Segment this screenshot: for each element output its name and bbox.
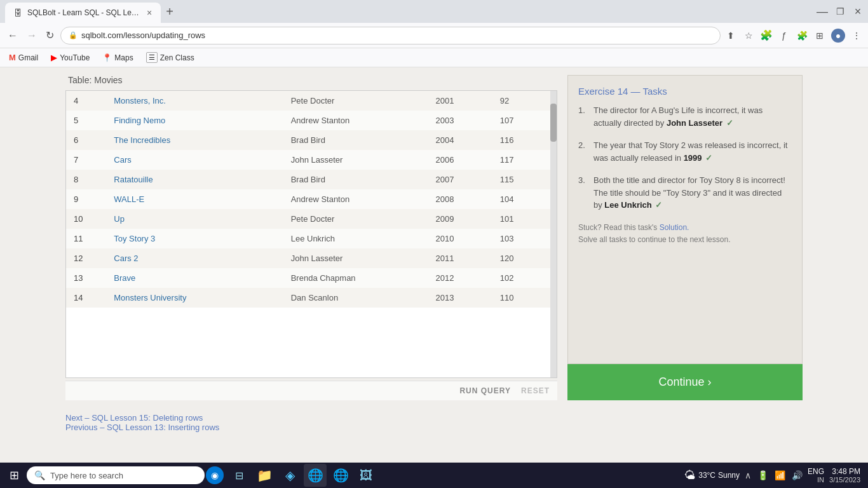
vscode-app[interactable]: ◈ — [278, 464, 301, 487]
active-tab[interactable]: 🗄 SQLBolt - Learn SQL - SQL Lesso × — [5, 3, 161, 23]
table-row: 5 Finding Nemo Andrew Stanton 2003 107 — [66, 111, 557, 130]
cell-director: John Lasseter — [283, 150, 428, 170]
explorer-app[interactable]: 📁 — [253, 464, 276, 487]
reset-button[interactable]: RESET — [521, 386, 550, 395]
edge-app[interactable]: 🌐 — [304, 464, 327, 487]
chevron-up-icon[interactable]: ∧ — [745, 470, 751, 480]
tab-close-icon[interactable]: × — [147, 8, 152, 18]
continue-button[interactable]: Continue › — [567, 364, 803, 400]
cortana-icon: ◉ — [211, 470, 219, 480]
title-bar: 🗄 SQLBolt - Learn SQL - SQL Lesso × + — … — [0, 0, 868, 23]
menu-icon[interactable]: ⋮ — [850, 29, 863, 42]
bookmark-maps[interactable]: 📍 Maps — [98, 52, 137, 64]
stuck-text: Stuck? Read this task's Solution. Solve … — [578, 222, 792, 246]
taskview-app[interactable]: ⊟ — [227, 464, 250, 487]
new-tab-button[interactable]: + — [166, 4, 173, 19]
cell-id: 7 — [66, 150, 106, 170]
prev-lesson-link[interactable]: Previous – SQL Lesson 13: Inserting rows — [65, 423, 219, 432]
chrome-app[interactable]: 🌐 — [329, 464, 352, 487]
task-list: 1. The director for A Bug's Life is inco… — [578, 104, 792, 212]
address-bar[interactable]: 🔒 — [60, 27, 721, 44]
cell-year: 2012 — [428, 268, 492, 288]
bookmark-youtube[interactable]: ▶ YouTube — [47, 51, 93, 64]
bookmark-zenclass[interactable]: ☰ Zen Class — [142, 51, 198, 64]
profile-icon[interactable]: ● — [831, 29, 845, 43]
taskbar: ⊞ 🔍 Type here to search ◉ ⊟ 📁 ◈ 🌐 🌐 🖼 🌤 … — [0, 463, 868, 488]
clock-date: 3/15/2023 — [829, 476, 860, 484]
table-row: 8 Ratatouille Brad Bird 2007 115 — [66, 170, 557, 189]
table-container: 4 Monsters, Inc. Pete Docter 2001 92 5 F… — [65, 90, 557, 378]
task-item: 2. The year that Toy Story 2 was release… — [578, 139, 792, 164]
page-content: Table: Movies 4 Monsters, Inc. Pete Doct… — [0, 67, 868, 437]
table-row: 11 Toy Story 3 Lee Unkrich 2010 103 — [66, 229, 557, 248]
cell-length: 117 — [492, 150, 557, 170]
cell-director: Dan Scanlon — [283, 288, 428, 308]
share-icon[interactable]: ⬆ — [724, 29, 737, 42]
star-icon[interactable]: ☆ — [742, 29, 755, 42]
forward-button[interactable]: → — [24, 27, 39, 44]
layout-icon[interactable]: ⊞ — [813, 29, 826, 42]
taskbar-clock[interactable]: 3:48 PM 3/15/2023 — [829, 467, 860, 484]
taskbar-right: 🌤 33°C Sunny ∧ 🔋 📶 🔊 ENG IN 3:48 PM 3/15… — [684, 467, 865, 484]
tab-favicon: 🗄 — [14, 8, 22, 18]
bottom-links: Next – SQL Lesson 15: Deleting rows Prev… — [53, 408, 815, 437]
cell-director: Brenda Chapman — [283, 268, 428, 288]
cell-id: 13 — [66, 268, 106, 288]
taskbar-search-icon: 🔍 — [34, 470, 45, 480]
cell-title: Toy Story 3 — [106, 229, 283, 248]
bookmark-gmail[interactable]: M Gmail — [5, 51, 42, 64]
puzzle-icon[interactable]: ƒ — [778, 29, 790, 42]
table-label: Table: Movies — [65, 75, 557, 85]
next-lesson-link[interactable]: Next – SQL Lesson 15: Deleting rows — [65, 413, 203, 423]
browser-toolbar: ← → ↻ 🔒 ⬆ ☆ 🧩 ƒ 🧩 ⊞ ● ⋮ — [0, 23, 868, 48]
minimize-icon[interactable]: — — [817, 6, 827, 17]
clock-region: IN — [817, 476, 824, 484]
cell-id: 4 — [66, 91, 106, 111]
start-button[interactable]: ⊞ — [3, 464, 25, 487]
cell-year: 2010 — [428, 229, 492, 248]
cell-length: 110 — [492, 288, 557, 308]
cell-year: 2007 — [428, 170, 492, 189]
refresh-button[interactable]: ↻ — [43, 27, 57, 44]
solution-link[interactable]: Solution. — [660, 223, 689, 232]
chrome-icon: 🌐 — [333, 468, 349, 483]
cell-length: 103 — [492, 229, 557, 248]
photos-app[interactable]: 🖼 — [355, 464, 377, 487]
system-clock[interactable]: ENG IN — [808, 467, 824, 484]
taskview-icon: ⊟ — [235, 470, 243, 482]
weather-condition: Sunny — [718, 471, 740, 480]
right-panel: Exercise 14 — Tasks 1. The director for … — [567, 75, 803, 400]
back-button[interactable]: ← — [5, 27, 20, 44]
maps-favicon: 📍 — [102, 53, 112, 62]
cell-year: 2006 — [428, 150, 492, 170]
close-icon[interactable]: × — [853, 6, 863, 17]
battery-icon: 🔋 — [757, 470, 768, 480]
cell-director: Brad Bird — [283, 170, 428, 189]
cell-id: 9 — [66, 189, 106, 209]
cell-title: The Incredibles — [106, 130, 283, 150]
cell-length: 92 — [492, 91, 557, 111]
address-input[interactable] — [81, 30, 712, 40]
cortana-button[interactable]: ◉ — [206, 466, 224, 484]
cell-director: Andrew Stanton — [283, 189, 428, 209]
table-scrollbar[interactable] — [550, 91, 557, 377]
youtube-label: YouTube — [60, 53, 90, 62]
cell-id: 12 — [66, 248, 106, 268]
scrollbar-thumb[interactable] — [550, 104, 557, 142]
weather-temp: 33°C — [698, 471, 715, 480]
bookmarks-bar: M Gmail ▶ YouTube 📍 Maps ☰ Zen Class — [0, 48, 868, 67]
clock-lang: ENG — [808, 467, 824, 476]
exercise-prefix: Exercise 14 — — [578, 86, 642, 97]
task-num: 2. — [578, 139, 588, 164]
cell-length: 101 — [492, 209, 557, 229]
taskbar-search[interactable]: 🔍 Type here to search — [27, 466, 205, 484]
gmail-label: Gmail — [18, 53, 38, 62]
run-query-button[interactable]: RUN QUERY — [459, 386, 511, 395]
extension-icon[interactable]: 🧩 — [760, 29, 773, 42]
zenclass-favicon: ☰ — [146, 52, 158, 63]
exercise-tasks-label: Tasks — [642, 86, 667, 97]
photos-icon: 🖼 — [360, 468, 372, 483]
weather-icon: 🌤 — [684, 469, 696, 482]
extensions-icon[interactable]: 🧩 — [796, 29, 808, 42]
restore-icon[interactable]: ❐ — [835, 6, 845, 17]
